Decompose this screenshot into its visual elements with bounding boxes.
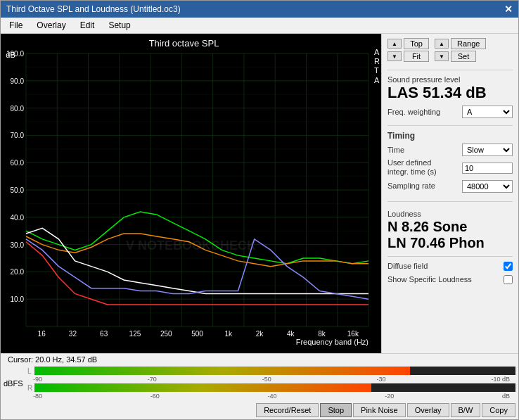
top-fit-group: ▲ Top ▼ Fit bbox=[387, 38, 429, 62]
set-down-btn[interactable]: ▼ bbox=[435, 51, 449, 61]
freq-weighting-label: Freq. weighting bbox=[387, 108, 440, 116]
user-defined-label: User defined integr. time (s) bbox=[387, 158, 451, 177]
menu-bar: File Overlay Edit Setup bbox=[1, 18, 518, 34]
copy-button[interactable]: Copy bbox=[482, 403, 515, 417]
meter-r-scale: -80 -60 -40 -20 dB bbox=[27, 393, 515, 400]
meter-r-bar bbox=[34, 383, 515, 392]
diffuse-field-checkbox[interactable] bbox=[504, 262, 513, 271]
loudness-ln-value: LN 70.46 Phon bbox=[387, 235, 513, 251]
freq-weighting-select[interactable]: A C Z bbox=[462, 106, 513, 118]
time-select[interactable]: Slow Fast Impulse bbox=[462, 144, 513, 156]
sampling-rate-row: Sampling rate 48000 44100 96000 bbox=[387, 180, 513, 193]
chart-wrapper: ARTA bbox=[1, 34, 381, 353]
loudness-n-value: N 8.26 Sone bbox=[387, 219, 513, 235]
overlay-button[interactable]: Overlay bbox=[407, 403, 449, 417]
cursor-info: Cursor: 20.0 Hz, 34.57 dB bbox=[4, 354, 101, 365]
main-content: ARTA ▲ Top ▼ Fit ▲ bbox=[1, 34, 518, 353]
right-panel: ▲ Top ▼ Fit ▲ Range ▼ Set bbox=[381, 34, 518, 353]
divider-3 bbox=[387, 201, 513, 202]
meter-l-fill bbox=[34, 367, 410, 375]
fit-row: ▼ Fit bbox=[387, 51, 429, 62]
meter-r-row: R bbox=[27, 383, 515, 392]
time-row: Time Slow Fast Impulse bbox=[387, 144, 513, 156]
menu-file[interactable]: File bbox=[4, 19, 28, 32]
top-button[interactable]: Top bbox=[404, 38, 429, 49]
spl-section-label: Sound pressure level bbox=[387, 75, 513, 84]
top-controls: ▲ Top ▼ Fit ▲ Range ▼ Set bbox=[387, 38, 513, 62]
divider-4 bbox=[387, 256, 513, 257]
range-up-btn[interactable]: ▲ bbox=[435, 39, 449, 49]
arta-label: ARTA bbox=[374, 48, 380, 85]
diffuse-field-row: Diffuse field bbox=[387, 262, 513, 271]
freq-weighting-row: Freq. weighting A C Z bbox=[387, 106, 513, 118]
menu-edit[interactable]: Edit bbox=[75, 19, 101, 32]
title-bar: Third Octave SPL and Loudness (Untitled.… bbox=[1, 1, 518, 18]
show-specific-checkbox[interactable] bbox=[504, 275, 513, 284]
sampling-rate-label: Sampling rate bbox=[387, 182, 435, 190]
top-row: ▲ Top bbox=[387, 38, 429, 49]
show-specific-label: Show Specific Loudness bbox=[387, 275, 472, 284]
window-title: Third Octave SPL and Loudness (Untitled.… bbox=[6, 4, 181, 14]
spl-value: LAS 51.34 dB bbox=[387, 84, 513, 101]
show-specific-row: Show Specific Loudness bbox=[387, 275, 513, 284]
range-button[interactable]: Range bbox=[451, 38, 486, 49]
timing-section: Timing Time Slow Fast Impulse User defin… bbox=[387, 131, 513, 194]
spl-section: Sound pressure level LAS 51.34 dB bbox=[387, 75, 513, 101]
meter-l-scale: -90 -70 -50 -30 -10 dB bbox=[27, 376, 515, 383]
meter-l-bar bbox=[34, 367, 515, 375]
main-window: Third Octave SPL and Loudness (Untitled.… bbox=[0, 0, 519, 420]
close-button[interactable]: ✕ bbox=[504, 4, 513, 15]
divider-2 bbox=[387, 125, 513, 126]
meter-r-fill bbox=[34, 383, 371, 392]
fit-button[interactable]: Fit bbox=[404, 51, 429, 62]
set-row: ▼ Set bbox=[435, 51, 486, 62]
freq-band-label bbox=[101, 358, 515, 361]
loudness-section-label: Loudness bbox=[387, 210, 513, 218]
top-up-btn[interactable]: ▲ bbox=[387, 39, 402, 49]
menu-setup[interactable]: Setup bbox=[103, 19, 136, 32]
set-button[interactable]: Set bbox=[451, 51, 476, 62]
timing-title: Timing bbox=[387, 131, 513, 141]
pink-noise-button[interactable]: Pink Noise bbox=[353, 403, 406, 417]
meter-container: L -90 -70 -50 -30 -10 dB R bbox=[27, 367, 515, 400]
divider-1 bbox=[387, 70, 513, 70]
range-row: ▲ Range bbox=[435, 38, 486, 49]
dbfs-label: dBFS bbox=[4, 379, 25, 388]
chart-canvas bbox=[1, 34, 381, 353]
bw-button[interactable]: B/W bbox=[451, 403, 481, 417]
time-label: Time bbox=[387, 146, 404, 154]
menu-overlay[interactable]: Overlay bbox=[31, 19, 71, 32]
meter-row: dBFS L -90 -70 -50 -30 -10 dB R bbox=[1, 365, 518, 401]
meter-l-row: L bbox=[27, 367, 515, 375]
record-reset-button[interactable]: Record/Reset bbox=[256, 403, 319, 417]
bottom-area: Cursor: 20.0 Hz, 34.57 dB dBFS L -90 -70… bbox=[1, 353, 518, 419]
user-defined-input[interactable] bbox=[462, 163, 513, 174]
range-set-group: ▲ Range ▼ Set bbox=[435, 38, 486, 62]
sampling-rate-select[interactable]: 48000 44100 96000 bbox=[462, 180, 513, 193]
user-defined-row: User defined integr. time (s) bbox=[387, 158, 513, 177]
loudness-section: Loudness N 8.26 Sone LN 70.46 Phon bbox=[387, 210, 513, 251]
diffuse-field-label: Diffuse field bbox=[387, 262, 428, 270]
stop-button[interactable]: Stop bbox=[320, 403, 352, 417]
fit-down-btn[interactable]: ▼ bbox=[387, 51, 402, 61]
buttons-row: Record/Reset Stop Pink Noise Overlay B/W… bbox=[1, 401, 518, 419]
